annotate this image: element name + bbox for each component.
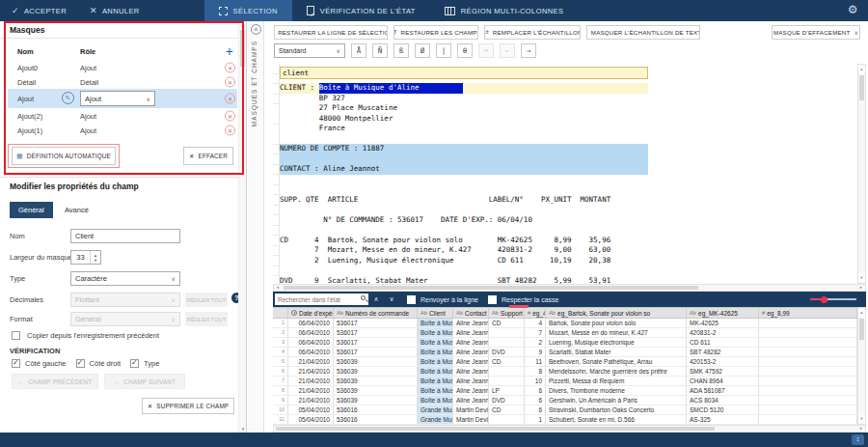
- column-header-3[interactable]: AbClient: [418, 308, 453, 318]
- accept-button[interactable]: ✓ ACCEPTER: [0, 0, 78, 21]
- report-line[interactable]: CONTACT : Aline Jeannot: [280, 164, 648, 175]
- report-line[interactable]: [280, 184, 648, 195]
- report-line[interactable]: [280, 205, 648, 215]
- column-header-9[interactable]: #eg_8,99: [759, 308, 857, 318]
- scroll-left-icon[interactable]: ◂: [274, 285, 282, 291]
- trap-definition-line[interactable]: client: [280, 67, 648, 79]
- mask-role-select[interactable]: Ajout∨: [80, 91, 155, 106]
- report-line[interactable]: [280, 225, 648, 236]
- mask-row[interactable]: DétailDétail✕: [8, 74, 237, 89]
- verification-checkbox[interactable]: [76, 359, 85, 368]
- table-row[interactable]: 721/04/2010536039Boîte à Musiq...Aline J…: [273, 377, 857, 386]
- tab-advanced[interactable]: Avancé: [56, 202, 97, 218]
- restaurer-la-ligne-de-s-lection-button[interactable]: ↺RESTAURER LA LIGNE DE SÉLECTION: [274, 25, 388, 40]
- delete-mask-icon[interactable]: ✕: [225, 76, 235, 87]
- copy-previous-checkbox[interactable]: [12, 331, 20, 340]
- report-line[interactable]: 48000 Montpellier: [280, 114, 648, 125]
- panel-scrollbar[interactable]: ▴ ▾: [238, 21, 246, 433]
- mask-width-stepper[interactable]: ▲▼: [70, 250, 101, 265]
- tab-verification[interactable]: VÉRIFICATION DE L'ÉTAT: [292, 0, 430, 21]
- search-previous-icon[interactable]: ∧: [368, 295, 384, 303]
- collapse-panel-icon[interactable]: «: [251, 24, 261, 35]
- column-header-2[interactable]: AbNuméro de commande: [334, 308, 418, 318]
- verification-checkbox[interactable]: [130, 359, 139, 368]
- mask-row[interactable]: Ajout✎Ajout∨✕: [8, 89, 237, 108]
- tab-general[interactable]: Général: [10, 202, 53, 218]
- verification-checkbox[interactable]: [12, 359, 20, 368]
- report-line[interactable]: [280, 154, 648, 165]
- scroll-down-icon[interactable]: ▾: [858, 274, 865, 282]
- scroll-up-icon[interactable]: ▴: [858, 66, 865, 73]
- table-row[interactable]: 621/04/2010536039Boîte à Musiq...Aline J…: [273, 367, 857, 377]
- field-type-select[interactable]: Caractère ∨: [70, 271, 180, 286]
- column-header-8[interactable]: Abeg_MK-42625: [687, 308, 759, 318]
- mask-row[interactable]: Ajout0Ajout✕: [8, 60, 237, 74]
- report-line[interactable]: 7 Mozart, Messe en do mineur, K.427 4208…: [280, 245, 648, 256]
- field-name-input[interactable]: [75, 232, 176, 240]
- report-line[interactable]: [280, 134, 648, 145]
- scrollbar-thumb[interactable]: [240, 30, 245, 67]
- column-header-4[interactable]: AbContact: [453, 308, 489, 318]
- auto-define-button[interactable]: ▦ DÉFINITION AUTOMATIQUE: [12, 147, 116, 165]
- report-horizontal-scrollbar[interactable]: ◂ ▸: [273, 284, 866, 292]
- report-line[interactable]: 27 Place Muscatine: [280, 103, 648, 114]
- delete-mask-icon[interactable]: ✕: [225, 110, 235, 121]
- delete-mask-icon[interactable]: ✕: [225, 62, 235, 72]
- report-line[interactable]: CD 4 Bartok, Sonate pour violon solo MK-…: [280, 236, 648, 246]
- match-case-checkbox[interactable]: [488, 295, 497, 304]
- mask-row[interactable]: Ajout(2)Ajout✕: [8, 108, 237, 123]
- column-header-6[interactable]: #eg_4: [525, 308, 546, 318]
- scroll-up-icon[interactable]: ▴: [239, 22, 247, 28]
- edit-mask-icon[interactable]: ✎: [62, 92, 74, 104]
- table-row[interactable]: 1105/04/2010536016Grande Musi...Martin D…: [273, 415, 857, 425]
- exclusion-trap-button[interactable]: θ: [457, 43, 473, 58]
- column-header-7[interactable]: Abeg_Bartok, Sonate pour violon so: [546, 308, 687, 318]
- mask-width-input[interactable]: [71, 251, 90, 264]
- table-row[interactable]: 821/04/2010536039Boîte à Musiq...Aline J…: [273, 386, 857, 396]
- alpha-trap-button[interactable]: Å: [351, 43, 366, 58]
- report-line[interactable]: CLIENT : Boîte à Musique d'Aline: [280, 83, 648, 94]
- report-line[interactable]: 2 Luening, Musique électronique CD 611 1…: [280, 256, 648, 266]
- shift-right-trap-button[interactable]: →: [521, 43, 536, 58]
- numeric-trap-button[interactable]: Ñ: [372, 43, 388, 58]
- blank-trap-button[interactable]: ß: [393, 43, 409, 58]
- report-line[interactable]: BP 327: [280, 94, 648, 104]
- scrollbar-thumb[interactable]: [284, 286, 698, 290]
- report-line[interactable]: [280, 265, 648, 276]
- table-row[interactable]: 206/04/2010536017Boîte à Musiq...Aline J…: [273, 328, 857, 338]
- mask-row[interactable]: Ajout(1)Ajout✕: [8, 123, 237, 137]
- scrollbar-thumb[interactable]: [276, 427, 715, 431]
- cancel-button[interactable]: ✕ ANNULER: [78, 0, 151, 21]
- search-input[interactable]: [275, 293, 368, 305]
- report-line[interactable]: France: [280, 124, 648, 134]
- remplacer-l-chantillon-button[interactable]: ⇄REMPLACER L'ÉCHANTILLON: [484, 25, 581, 40]
- report-line[interactable]: SUPP. QTE ARTICLE LABEL/N° PX_UNIT MONTA…: [280, 195, 648, 206]
- report-text[interactable]: CLIENT : Boîte à Musique d'Aline BP 327 …: [280, 83, 648, 286]
- table-horizontal-scrollbar[interactable]: ▸: [273, 425, 866, 433]
- clear-button[interactable]: ✕ EFFACER: [183, 147, 233, 165]
- gear-icon[interactable]: ⚙: [848, 3, 858, 16]
- delete-mask-icon[interactable]: ✕: [225, 94, 235, 104]
- add-mask-icon[interactable]: +: [226, 43, 233, 59]
- report-line[interactable]: [280, 175, 648, 185]
- zoom-slider[interactable]: [810, 298, 856, 300]
- report-line[interactable]: NUMERO DE COMPTE : 11887: [280, 144, 648, 154]
- report-view[interactable]: client CLIENT : Boîte à Musique d'Aline …: [273, 64, 866, 284]
- scrollbar-thumb[interactable]: [859, 75, 864, 100]
- stepper-arrows-icon[interactable]: ▲▼: [90, 251, 100, 264]
- report-selected-field[interactable]: Boîte à Musique d'Aline: [319, 83, 463, 94]
- column-header-1[interactable]: Date d'expédition: [288, 308, 334, 318]
- column-header-5[interactable]: AbSupport: [489, 308, 525, 318]
- scroll-up-icon[interactable]: ▴: [858, 309, 865, 317]
- table-row[interactable]: 306/04/2010536017Boîte à Musiq...Aline J…: [273, 338, 857, 348]
- tab-multicolonnes[interactable]: RÉGION MULTI-COLONNES: [430, 0, 579, 21]
- restaurer-les-champs-button[interactable]: ↺RESTAURER LES CHAMPS: [393, 25, 478, 40]
- scroll-down-icon[interactable]: ▾: [858, 415, 865, 423]
- scrollbar-thumb[interactable]: [859, 319, 864, 340]
- table-row[interactable]: 521/04/2010536039Boîte à Musiq...Aline J…: [273, 357, 857, 367]
- zoom-slider-handle[interactable]: [821, 296, 827, 303]
- copy-previous-checkbox-row[interactable]: Copier depuis l'enregistrement précédent: [12, 331, 159, 340]
- delete-mask-icon[interactable]: ✕: [225, 125, 235, 135]
- table-row[interactable]: 406/04/2010536017Boîte à Musiq...Aline J…: [273, 348, 857, 357]
- wrap-line-checkbox[interactable]: [407, 295, 416, 304]
